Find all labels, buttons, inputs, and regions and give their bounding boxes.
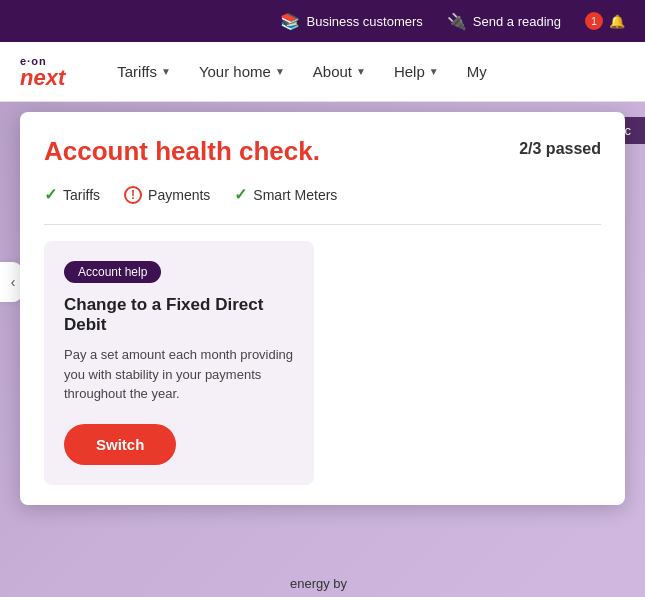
main-nav: Tariffs ▼ Your home ▼ About ▼ Help ▼ My (105, 55, 625, 88)
notification-badge: 1 (585, 12, 603, 30)
check-payments: ! Payments (124, 186, 210, 204)
card-title: Change to a Fixed Direct Debit (64, 295, 294, 335)
notifications-link[interactable]: 1 🔔 (585, 12, 625, 30)
check-smart-meters: ✓ Smart Meters (234, 185, 337, 204)
payments-warn-icon: ! (124, 186, 142, 204)
switch-button[interactable]: Switch (64, 424, 176, 465)
bottom-energy-text: energy by (290, 576, 347, 591)
smart-meters-check-label: Smart Meters (253, 187, 337, 203)
modal-header: Account health check. 2/3 passed (44, 136, 601, 167)
account-help-card: Account help Change to a Fixed Direct De… (44, 241, 314, 485)
check-items: ✓ Tariffs ! Payments ✓ Smart Meters (44, 185, 601, 204)
card-badge: Account help (64, 261, 161, 283)
check-tariffs: ✓ Tariffs (44, 185, 100, 204)
notification-count: 1 (591, 16, 597, 27)
nav-item-tariffs[interactable]: Tariffs ▼ (105, 55, 183, 88)
business-customers-link[interactable]: 📚 Business customers (280, 12, 422, 31)
send-reading-label: Send a reading (473, 14, 561, 29)
logo-next: next (20, 67, 65, 89)
modal-title: Account health check. (44, 136, 320, 167)
payments-check-label: Payments (148, 187, 210, 203)
about-chevron-icon: ▼ (356, 66, 366, 77)
nav-item-help[interactable]: Help ▼ (382, 55, 451, 88)
nav-item-my[interactable]: My (455, 55, 499, 88)
tariffs-chevron-icon: ▼ (161, 66, 171, 77)
health-check-modal: Account health check. 2/3 passed ✓ Tarif… (20, 112, 625, 505)
logo[interactable]: e·on next (20, 55, 65, 89)
business-customers-label: Business customers (306, 14, 422, 29)
send-reading-link[interactable]: 🔌 Send a reading (447, 12, 561, 31)
card-description: Pay a set amount each month providing yo… (64, 345, 294, 404)
nav-help-label: Help (394, 63, 425, 80)
top-bar: 📚 Business customers 🔌 Send a reading 1 … (0, 0, 645, 42)
your-home-chevron-icon: ▼ (275, 66, 285, 77)
nav-about-label: About (313, 63, 352, 80)
nav-bar: e·on next Tariffs ▼ Your home ▼ About ▼ … (0, 42, 645, 102)
meter-icon: 🔌 (447, 12, 467, 31)
help-chevron-icon: ▼ (429, 66, 439, 77)
tariffs-check-label: Tariffs (63, 187, 100, 203)
briefcase-icon: 📚 (280, 12, 300, 31)
nav-item-about[interactable]: About ▼ (301, 55, 378, 88)
smart-meters-ok-icon: ✓ (234, 185, 247, 204)
notification-icon: 🔔 (609, 14, 625, 29)
tariffs-ok-icon: ✓ (44, 185, 57, 204)
nav-item-your-home[interactable]: Your home ▼ (187, 55, 297, 88)
nav-my-label: My (467, 63, 487, 80)
nav-your-home-label: Your home (199, 63, 271, 80)
main-background: We 192 G Ac ‹ t paym payme ment is s aft… (0, 102, 645, 597)
nav-tariffs-label: Tariffs (117, 63, 157, 80)
modal-passed: 2/3 passed (519, 136, 601, 158)
